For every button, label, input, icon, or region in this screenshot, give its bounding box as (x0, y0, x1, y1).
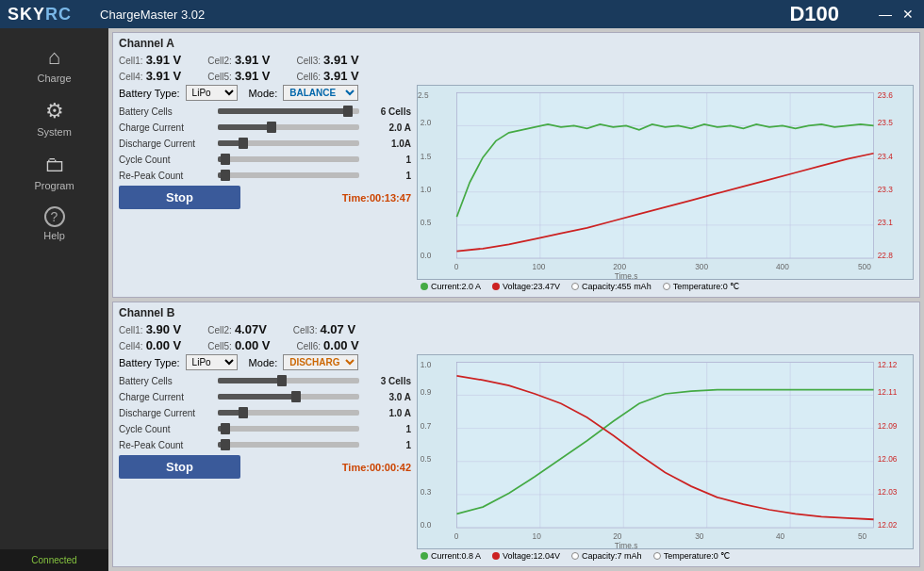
svg-text:0: 0 (454, 262, 459, 271)
main-content: ⌂ Charge ⚙ System 🗀 Program ? Help Conne… (0, 28, 924, 571)
battery-type-label-b: Battery Type: (119, 357, 180, 368)
cell-b3: Cell3: 4.07 V (293, 322, 355, 336)
param-a-cycle-count: Cycle Count 1 (119, 153, 411, 166)
svg-text:2.5: 2.5 (418, 90, 429, 100)
cell-b6: Cell6: 0.00 V (296, 338, 358, 352)
svg-text:12.12: 12.12 (878, 360, 898, 369)
charge-icon: ⌂ (48, 45, 60, 70)
app-title: ChargeMaster 3.02 (100, 8, 205, 22)
svg-text:1.0: 1.0 (421, 185, 432, 194)
minimize-button[interactable]: — (877, 7, 894, 22)
channel-a: Channel A Cell1: 3.91 V Cell2: 3.91 V Ce… (112, 32, 920, 298)
svg-text:0: 0 (454, 531, 459, 541)
cell-a6: Cell6: 3.91 V (296, 69, 358, 83)
cell-a5: Cell5: 3.91 V (207, 69, 270, 83)
channel-b-body: Battery Type: LiPo Mode: DISCHARGE Batte… (119, 354, 914, 563)
param-a-charge-current: Charge Current 2.0 A (119, 121, 411, 134)
channel-b-controls: Battery Type: LiPo Mode: DISCHARGE Batte… (119, 354, 411, 563)
sidebar-label-system: System (37, 126, 72, 138)
param-b-charge-current: Charge Current 3.0 A (119, 390, 411, 403)
channel-a-body: Battery Type: LiPo Mode: BALANCE Battery (119, 85, 914, 293)
svg-text:12.09: 12.09 (878, 420, 898, 430)
channel-a-chart-area: 2.5 2.0 1.5 1.0 0.5 0.0 23.6 23.5 23.4 (417, 85, 914, 293)
legend-temp-a: Temperature:0 ℃ (673, 282, 740, 291)
svg-text:0.5: 0.5 (421, 218, 432, 227)
sidebar-label-charge: Charge (37, 73, 71, 84)
channel-b-stop-row: Stop Time:00:00:42 (119, 455, 411, 479)
connection-status: Connected (0, 549, 108, 571)
cell-a3: Cell3: 3.91 V (296, 53, 358, 67)
cell-b5: Cell5: 0.00 V (207, 338, 270, 352)
channel-a-cells: Cell1: 3.91 V Cell2: 3.91 V Cell3: 3.91 … (119, 53, 914, 67)
param-b-cycle-count: Cycle Count 1 (119, 422, 411, 435)
svg-text:400: 400 (776, 262, 789, 271)
cell-b1: Cell1: 3.90 V (119, 322, 181, 336)
legend-voltage-b: Voltage:12.04V (503, 551, 560, 561)
legend-dot-temp-a (663, 283, 670, 290)
svg-text:500: 500 (858, 262, 871, 271)
sidebar-item-charge[interactable]: ⌂ Charge (0, 38, 108, 91)
legend-dot-current-b (421, 552, 428, 560)
legend-current-b: Current:0.8 A (431, 551, 481, 561)
channel-b-chart-area: 1.0 0.9 0.7 0.5 0.3 0.0 12.12 12.11 12.0… (417, 354, 914, 563)
sidebar-item-program[interactable]: 🗀 Program (0, 145, 108, 199)
svg-rect-0 (456, 92, 873, 258)
app-window: SKYRC ChargeMaster 3.02 D100 — ✕ ⌂ Charg… (0, 0, 924, 571)
svg-text:12.03: 12.03 (878, 487, 898, 497)
chart-a-svg: 2.5 2.0 1.5 1.0 0.5 0.0 23.6 23.5 23.4 (418, 86, 913, 279)
param-b-battery-cells: Battery Cells 3 Cells (119, 374, 411, 387)
svg-text:Time,s: Time,s (615, 541, 638, 548)
channel-b-legend: Current:0.8 A Voltage:12.04V Capacity:7 … (417, 549, 914, 563)
param-a-discharge-current: Discharge Current 1.0A (119, 137, 411, 150)
param-a-repeak-count: Re-Peak Count 1 (119, 169, 411, 182)
channel-b: Channel B Cell1: 3.90 V Cell2: 4.07V Cel… (112, 302, 920, 567)
svg-text:40: 40 (776, 531, 784, 541)
battery-type-select-b[interactable]: LiPo (186, 354, 238, 370)
svg-text:0.0: 0.0 (421, 251, 432, 260)
legend-dot-temp-b (653, 552, 661, 560)
mode-select-a[interactable]: BALANCE (283, 85, 358, 101)
param-b-discharge-current: Discharge Current 1.0 A (119, 406, 411, 419)
device-name: D100 (789, 2, 839, 26)
stop-button-a[interactable]: Stop (119, 186, 240, 209)
legend-voltage-a: Voltage:23.47V (503, 282, 560, 291)
svg-text:300: 300 (695, 262, 708, 271)
svg-text:20: 20 (613, 531, 621, 541)
channel-a-time: Time:00:13:47 (342, 192, 411, 204)
sidebar-item-help[interactable]: ? Help (0, 199, 108, 249)
channel-a-title: Channel A (119, 37, 914, 50)
svg-text:50: 50 (858, 531, 866, 541)
sidebar-item-system[interactable]: ⚙ System (0, 91, 108, 145)
cell-b4: Cell4: 0.00 V (119, 338, 181, 352)
chart-b-svg: 1.0 0.9 0.7 0.5 0.3 0.0 12.12 12.11 12.0… (418, 355, 913, 548)
sidebar: ⌂ Charge ⚙ System 🗀 Program ? Help Conne… (0, 28, 108, 571)
svg-text:23.1: 23.1 (878, 218, 893, 227)
legend-dot-capacity-b (571, 552, 579, 560)
svg-text:23.4: 23.4 (878, 151, 893, 160)
svg-text:2.0: 2.0 (421, 118, 432, 127)
channel-b-cells-row2: Cell4: 0.00 V Cell5: 0.00 V Cell6: 0.00 … (119, 338, 914, 352)
channel-b-chart: 1.0 0.9 0.7 0.5 0.3 0.0 12.12 12.11 12.0… (417, 354, 914, 549)
battery-type-label-a: Battery Type: (119, 88, 180, 99)
legend-dot-voltage-b (492, 552, 500, 560)
battery-type-select-a[interactable]: LiPo (186, 85, 238, 101)
legend-dot-voltage-a (492, 283, 500, 290)
svg-text:12.06: 12.06 (878, 454, 898, 464)
svg-text:0.0: 0.0 (421, 520, 432, 530)
channel-b-time: Time:00:00:42 (342, 462, 411, 473)
legend-dot-capacity-a (571, 283, 579, 290)
cell-a2: Cell2: 3.91 V (207, 53, 270, 67)
cell-a4: Cell4: 3.91 V (119, 69, 181, 83)
mode-select-b[interactable]: DISCHARGE (283, 354, 358, 370)
title-bar: SKYRC ChargeMaster 3.02 D100 — ✕ (0, 0, 924, 28)
svg-text:0.3: 0.3 (421, 487, 432, 497)
svg-text:1.0: 1.0 (421, 360, 432, 369)
stop-button-b[interactable]: Stop (119, 455, 240, 479)
help-icon: ? (44, 206, 65, 227)
svg-text:Time,s: Time,s (615, 271, 638, 279)
close-button[interactable]: ✕ (899, 7, 916, 22)
channel-a-battery-type-row: Battery Type: LiPo Mode: BALANCE (119, 85, 411, 101)
svg-text:0.9: 0.9 (421, 387, 432, 397)
title-bar-left: SKYRC ChargeMaster 3.02 (8, 5, 205, 24)
cell-a1: Cell1: 3.91 V (119, 53, 181, 67)
